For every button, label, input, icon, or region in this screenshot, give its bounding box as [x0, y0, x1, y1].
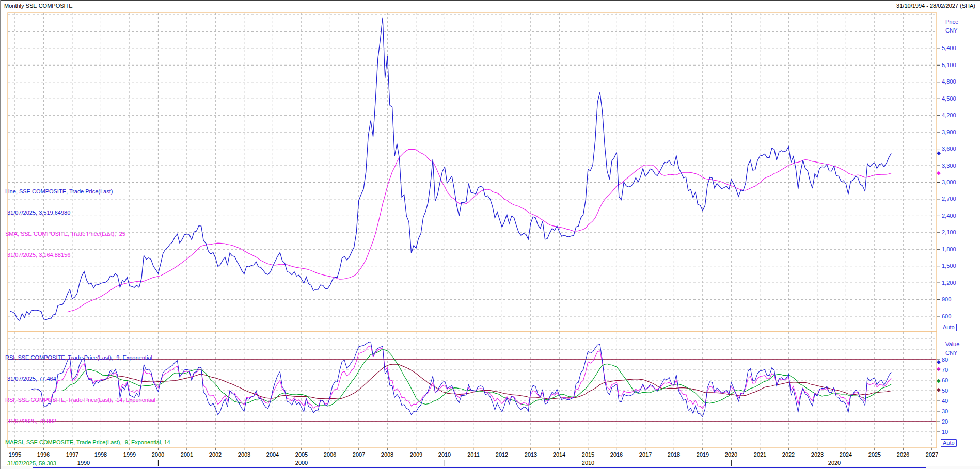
rsi9-legend-name: RSI, SSE COMPOSITE, Trade Price(Last), 9… [5, 353, 173, 362]
price-axis-tick-label: 600 [942, 313, 951, 320]
rsi9-legend-value: 31/07/2025, 77.464 [5, 375, 173, 383]
x-axis-year-label: 2007 [353, 451, 365, 458]
x-axis-year-label: 2004 [266, 451, 279, 458]
x-axis-decade-label: 2010 [582, 460, 594, 466]
x-axis-decade-label: 2020 [828, 460, 841, 466]
x-axis-year-label: 2016 [610, 451, 623, 458]
value-axis-auto-button[interactable]: Auto [941, 439, 957, 447]
value-axis-unit: CNY [945, 350, 957, 356]
price-legend: Line, SSE COMPOSITE, Trade Price(Last) 3… [5, 175, 125, 266]
value-axis-tick-label: 70 [942, 367, 948, 374]
price-axis-tick-label: 2,100 [942, 229, 956, 236]
x-axis-year-label: 2024 [840, 451, 852, 458]
price-axis-title: Price [945, 19, 958, 25]
chart-title: Monthly SSE COMPOSITE [4, 3, 73, 9]
x-axis-year-label: 2005 [295, 451, 308, 458]
price-axis-tick-label: 4,500 [942, 95, 956, 102]
x-axis-year-label: 2027 [926, 451, 938, 458]
price-axis-tick-label: 3,900 [942, 129, 956, 136]
price-axis-tick-label: 4,800 [942, 78, 956, 85]
price-legend-line-name: Line, SSE COMPOSITE, Trade Price(Last) [5, 187, 125, 196]
price-axis-tick-label: 5,400 [942, 45, 956, 52]
price-legend-line-value: 31/07/2025, 3,519.64980 [5, 208, 125, 217]
value-axis-tick-label: 30 [942, 408, 948, 415]
value-axis-tick-label: 60 [942, 377, 948, 384]
rsi14-legend-value: 31/07/2025, 70.802 [5, 417, 173, 426]
price-axis-tick-label: 4,200 [942, 112, 956, 119]
price-axis-auto-button[interactable]: Auto [941, 324, 957, 331]
indicator-legend: RSI, SSE COMPOSITE, Trade Price(Last), 9… [5, 341, 173, 469]
x-axis-year-label: 2018 [668, 451, 680, 458]
x-axis-year-label: 2003 [238, 451, 250, 458]
time-scrollbar-thumb[interactable] [33, 467, 926, 468]
x-axis-year-label: 2017 [639, 451, 652, 458]
value-axis-tick-label: 20 [942, 418, 948, 425]
value-axis-tick-label: 80 [942, 357, 948, 363]
price-axis-tick-label: 2,700 [942, 196, 956, 202]
x-axis-year-label: 2015 [582, 451, 594, 458]
price-axis-tick-label: 900 [942, 296, 951, 303]
time-scrollbar-track [0, 466, 980, 469]
window-top-border [0, 0, 980, 1]
rsi14-legend-name: RSI, SSE COMPOSITE, Trade Price(Last), 1… [5, 396, 173, 405]
price-axis-unit: CNY [945, 27, 957, 34]
x-axis-year-label: 2025 [868, 451, 881, 458]
x-axis-year-label: 2022 [782, 451, 795, 458]
price-axis-tick-label: 1,200 [942, 280, 956, 286]
title-bar: Monthly SSE COMPOSITE 31/10/1994 - 28/02… [0, 3, 980, 11]
x-axis-year-label: 2014 [553, 451, 565, 458]
x-axis-year-label: 2013 [525, 451, 537, 458]
price-axis-tick-label: 3,300 [942, 163, 956, 169]
price-legend-sma-value: 31/07/2025, 3,164.88156 [5, 251, 125, 260]
value-axis-title: Value [945, 341, 959, 347]
x-axis-year-label: 2001 [181, 451, 193, 458]
x-axis-year-label: 2011 [467, 451, 480, 458]
x-axis-year-label: 2019 [697, 451, 709, 458]
price-axis-tick-label: 3,000 [942, 179, 956, 186]
x-axis-year-label: 2020 [725, 451, 737, 458]
value-axis-tick-label: 50 [942, 387, 948, 394]
price-legend-sma-name: SMA, SSE COMPOSITE, Trade Price(Last), 2… [5, 230, 125, 238]
price-axis-tick-label: 2,400 [942, 213, 956, 219]
x-axis-year-label: 2009 [410, 451, 422, 458]
x-axis-year-label: 2021 [754, 451, 766, 458]
x-axis-year-label: 2010 [438, 451, 451, 458]
value-axis-tick-label: 40 [942, 398, 948, 405]
x-axis-decade-label: 2000 [295, 460, 308, 466]
x-axis-year-label: 2012 [496, 451, 508, 458]
window-left-border [0, 0, 1, 469]
price-axis-tick-label: 1,500 [942, 263, 956, 269]
marsi9-legend-name: MARSI, SSE COMPOSITE, Trade Price(Last),… [5, 438, 173, 447]
x-axis-year-label: 2006 [324, 451, 336, 458]
price-axis-tick-label: 1,800 [942, 246, 956, 253]
x-axis-year-label: 2026 [897, 451, 909, 458]
x-axis-year-label: 2002 [209, 451, 222, 458]
x-axis-year-label: 2023 [811, 451, 824, 458]
price-axis-tick-label: 5,100 [942, 62, 956, 69]
price-axis-tick-label: 3,600 [942, 145, 956, 152]
x-axis-year-label: 2008 [381, 451, 393, 458]
date-range-label: 31/10/1994 - 28/02/2027 (SHA) [896, 3, 975, 9]
value-axis-tick-label: 10 [942, 429, 948, 435]
